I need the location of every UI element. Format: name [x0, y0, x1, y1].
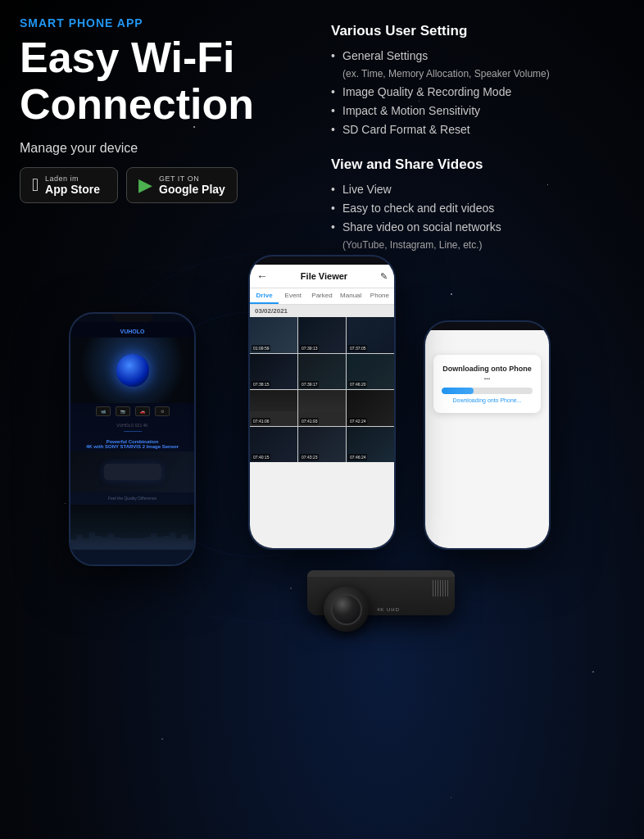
- section2-list: Live View Easy to check and edit videos …: [331, 181, 624, 253]
- left-column: SMART PHONE APP Easy Wi-Fi Connection Ma…: [20, 16, 323, 271]
- tab-manual[interactable]: Manual: [337, 288, 365, 304]
- right-column: Various User Setting General Settings (e…: [323, 16, 624, 271]
- fv-thumbnail-7[interactable]: 07:41:06: [250, 390, 297, 426]
- manage-text: Manage your device: [20, 141, 315, 156]
- dashcam-top-strip: [307, 570, 455, 577]
- list-item: Image Quality & Recording Mode: [331, 84, 624, 101]
- mode-icon-3: 🚗: [135, 406, 150, 416]
- mode-icon-4: ⚙: [155, 406, 170, 416]
- phone-screen-left: VUHOLO 📹 📷 🚗 ⚙ VUHOLO 021 4K ━━━━━━━━━━━: [70, 322, 194, 565]
- camera-circle-graphic: [116, 354, 149, 387]
- vent-line-7: [447, 580, 448, 596]
- thumb-time-5: 07:39:17: [300, 381, 319, 388]
- left-phone-camera-image: [70, 338, 194, 403]
- app-store-button[interactable]:  Laden im App Store: [20, 167, 118, 203]
- section1-title: Various User Setting: [331, 23, 624, 39]
- vent-line-5: [442, 580, 443, 596]
- section2-title: View and Share Videos: [331, 156, 624, 173]
- title-line2: Connection: [20, 80, 254, 128]
- google-play-label-bottom: Google Play: [159, 183, 225, 196]
- fv-thumbnail-grid: 01:09:59 07:39:13 07:37:05 07:38:15: [250, 317, 394, 462]
- thumb-time-9: 07:42:24: [348, 418, 367, 424]
- fv-thumbnail-4[interactable]: 07:38:15: [250, 354, 297, 390]
- product-silhouette: [104, 464, 161, 480]
- fv-thumbnail-10[interactable]: 07:40:15: [250, 427, 297, 463]
- vent-line-4: [440, 580, 441, 596]
- list-item: Easy to check and edit videos: [331, 200, 624, 217]
- tab-parked[interactable]: Parked: [307, 288, 336, 304]
- left-phone-footer: [70, 505, 194, 550]
- app-store-label-top: Laden im: [45, 175, 100, 183]
- vent-line-3: [438, 580, 438, 596]
- phones-section: VUHOLO 📹 📷 🚗 ⚙ VUHOLO 021 4K ━━━━━━━━━━━: [20, 288, 624, 632]
- list-item: Impact & Motion Sensitivity: [331, 102, 624, 120]
- fv-thumbnail-2[interactable]: 07:39:13: [298, 317, 346, 353]
- left-phone-product-image: [70, 451, 194, 492]
- tab-event[interactable]: Event: [279, 288, 307, 304]
- file-viewer-title: File Viewer: [301, 271, 347, 281]
- progress-status-text: Downloading onto Phone...: [442, 397, 533, 403]
- thumb-time-7: 07:41:06: [252, 418, 270, 424]
- mode-icon-2: 📷: [116, 406, 130, 416]
- smart-phone-app-label: SMART PHONE APP: [20, 16, 315, 29]
- file-viewer-tabs: Drive Event Parked Manual Phone: [250, 288, 394, 305]
- fv-thumbnail-3[interactable]: 07:37:05: [347, 317, 394, 353]
- tab-drive[interactable]: Drive: [250, 288, 279, 304]
- fv-thumbnail-6[interactable]: 07:46:20: [347, 354, 394, 390]
- back-arrow-icon[interactable]: ←: [256, 270, 268, 283]
- left-phone-desc: Feel the Quality Difference: [70, 492, 194, 505]
- list-item: SD Card Format & Reset: [331, 121, 624, 138]
- google-play-button[interactable]: ▶ GET IT ON Google Play: [126, 167, 238, 203]
- dashcam-4k-label: 4K UHD: [377, 607, 400, 612]
- thumb-time-12: 07:46:24: [348, 454, 367, 460]
- edit-icon[interactable]: ✎: [380, 271, 388, 282]
- store-buttons-group:  Laden im App Store ▶ GET IT ON Google …: [20, 167, 315, 203]
- mode-icon-1: 📹: [96, 406, 111, 416]
- thumb-time-1: 01:09:59: [252, 345, 270, 351]
- fv-thumbnail-8[interactable]: 07:41:93: [298, 390, 346, 426]
- city-skyline: [70, 525, 194, 550]
- dashcam-body: 4K UHD: [307, 570, 455, 615]
- phone-screen-right: Downloading onto Phone ... Downloading o…: [425, 330, 549, 548]
- fv-thumbnail-1[interactable]: 01:09:59: [250, 317, 297, 353]
- tab-phone[interactable]: Phone: [365, 288, 394, 304]
- download-dialog: Downloading onto Phone ... Downloading o…: [433, 355, 541, 413]
- thumb-time-8: 07:41:93: [300, 418, 319, 424]
- app-store-text: Laden im App Store: [45, 175, 100, 196]
- list-item: Live View: [331, 181, 624, 198]
- main-content: SMART PHONE APP Easy Wi-Fi Connection Ma…: [0, 0, 644, 648]
- fv-thumbnail-5[interactable]: 07:39:17: [298, 354, 346, 390]
- thumb-time-2: 07:39:13: [300, 345, 319, 351]
- list-item: General Settings (ex. Time, Memory Alloc…: [331, 48, 624, 82]
- vent-line-6: [445, 580, 446, 596]
- left-phone-heading: Powerful Combination4K with SONY STARVIS…: [70, 437, 194, 451]
- phone-notch-right: [467, 322, 508, 330]
- dashcam-device: 4K UHD: [307, 570, 455, 615]
- phone-notch-center: [302, 256, 342, 265]
- section1-list: General Settings (ex. Time, Memory Alloc…: [331, 48, 624, 138]
- thumb-time-10: 07:40:15: [252, 454, 270, 460]
- progress-bar-background: [442, 388, 533, 394]
- top-section: SMART PHONE APP Easy Wi-Fi Connection Ma…: [20, 16, 624, 271]
- google-play-label-top: GET IT ON: [159, 175, 225, 183]
- progress-bar-fill: [442, 388, 474, 394]
- phone-notch-left: [112, 314, 153, 322]
- download-dialog-title: Downloading onto Phone ...: [442, 365, 533, 381]
- list-item: Share video on social networks (YouTube,…: [331, 219, 624, 253]
- title-line1: Easy Wi-Fi: [20, 34, 235, 81]
- fv-thumbnail-11[interactable]: 07:43:23: [298, 427, 346, 463]
- vent-line-2: [435, 580, 436, 596]
- thumb-time-11: 07:43:23: [300, 454, 319, 460]
- thumb-time-4: 07:38:15: [252, 381, 270, 388]
- phone-screen-center: ← File Viewer ✎ Drive Event Parked Manua…: [250, 265, 394, 548]
- app-store-label-bottom: App Store: [45, 183, 100, 196]
- fv-thumbnail-9[interactable]: 07:42:24: [347, 390, 394, 426]
- fv-date-header: 03/02/2021: [250, 305, 394, 317]
- phone-center: ← File Viewer ✎ Drive Event Parked Manua…: [248, 255, 396, 550]
- fv-thumbnail-12[interactable]: 07:46:24: [347, 427, 394, 463]
- dashcam-vents: [433, 580, 448, 596]
- vent-line-1: [433, 580, 433, 596]
- google-play-text: GET IT ON Google Play: [159, 175, 225, 196]
- page-wrapper: SMART PHONE APP Easy Wi-Fi Connection Ma…: [0, 0, 644, 839]
- main-title: Easy Wi-Fi Connection: [20, 34, 315, 128]
